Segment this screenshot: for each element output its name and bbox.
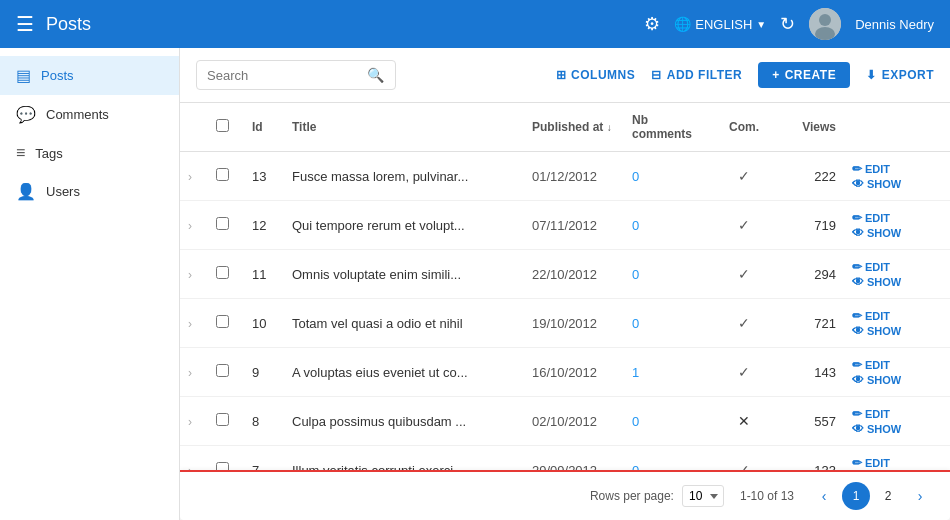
row-checkbox-cell[interactable] (208, 152, 244, 201)
export-button[interactable]: ⬇ EXPORT (866, 68, 934, 82)
table-row: › 8 Culpa possimus quibusdam ... 02/10/2… (180, 397, 950, 446)
prev-page-button[interactable]: ‹ (810, 482, 838, 510)
row-checkbox[interactable] (216, 315, 229, 328)
row-nb-comments[interactable]: 0 (624, 299, 714, 348)
row-published: 16/10/2012 (524, 348, 624, 397)
show-button[interactable]: 👁 SHOW (852, 275, 901, 289)
table-row: › 9 A voluptas eius eveniet ut co... 16/… (180, 348, 950, 397)
rows-per-page-select[interactable]: 10 25 50 (682, 485, 724, 507)
row-nb-comments[interactable]: 0 (624, 152, 714, 201)
row-expand[interactable]: › (180, 201, 208, 250)
sidebar-item-posts[interactable]: ▤ Posts (0, 56, 179, 95)
row-checkbox-cell[interactable] (208, 299, 244, 348)
com-header: Com. (714, 103, 774, 152)
row-actions: ✏ EDIT 👁 SHOW (844, 446, 950, 471)
page-2-button[interactable]: 2 (874, 482, 902, 510)
show-button[interactable]: 👁 SHOW (852, 324, 901, 338)
edit-button[interactable]: ✏ EDIT (852, 358, 890, 372)
content-area: 🔍 ⊞ COLUMNS ⊟ ADD FILTER + CREATE ⬇ EXPO… (180, 48, 950, 520)
row-checkbox[interactable] (216, 413, 229, 426)
row-com: ✓ (714, 348, 774, 397)
checkbox-header[interactable] (208, 103, 244, 152)
row-nb-comments[interactable]: 0 (624, 201, 714, 250)
show-button[interactable]: 👁 SHOW (852, 226, 901, 240)
show-button[interactable]: 👁 SHOW (852, 373, 901, 387)
row-checkbox-cell[interactable] (208, 250, 244, 299)
tags-icon: ≡ (16, 144, 25, 162)
search-icon: 🔍 (367, 67, 384, 83)
row-checkbox-cell[interactable] (208, 348, 244, 397)
avatar (809, 8, 841, 40)
edit-button[interactable]: ✏ EDIT (852, 407, 890, 421)
row-expand[interactable]: › (180, 152, 208, 201)
row-nb-comments[interactable]: 0 (624, 446, 714, 471)
edit-button[interactable]: ✏ EDIT (852, 162, 890, 176)
show-button[interactable]: 👁 SHOW (852, 177, 901, 191)
row-published: 22/10/2012 (524, 250, 624, 299)
create-button[interactable]: + CREATE (758, 62, 850, 88)
pencil-icon: ✏ (852, 407, 862, 421)
edit-button[interactable]: ✏ EDIT (852, 260, 890, 274)
sidebar-item-comments[interactable]: 💬 Comments (0, 95, 179, 134)
filter-icon: ⊟ (651, 68, 662, 82)
row-id: 8 (244, 397, 284, 446)
pencil-icon: ✏ (852, 456, 862, 470)
title-header[interactable]: Title (284, 103, 524, 152)
sidebar: ▤ Posts 💬 Comments ≡ Tags 👤 Users (0, 48, 180, 520)
row-checkbox[interactable] (216, 266, 229, 279)
row-published: 19/10/2012 (524, 299, 624, 348)
expand-header (180, 103, 208, 152)
row-expand[interactable]: › (180, 299, 208, 348)
app-title: Posts (46, 14, 91, 35)
row-checkbox-cell[interactable] (208, 446, 244, 471)
views-header: Views (774, 103, 844, 152)
row-title: Qui tempore rerum et volupt... (284, 201, 524, 250)
menu-icon[interactable]: ☰ (16, 12, 34, 36)
row-com: ✓ (714, 250, 774, 299)
sidebar-item-posts-label: Posts (41, 68, 74, 83)
row-expand[interactable]: › (180, 348, 208, 397)
show-button[interactable]: 👁 SHOW (852, 422, 901, 436)
row-expand[interactable]: › (180, 446, 208, 471)
search-box[interactable]: 🔍 (196, 60, 396, 90)
add-filter-label: ADD FILTER (667, 68, 742, 82)
main-layout: ▤ Posts 💬 Comments ≡ Tags 👤 Users 🔍 ⊞ (0, 48, 950, 520)
search-input[interactable] (207, 68, 367, 83)
row-nb-comments[interactable]: 0 (624, 397, 714, 446)
language-selector[interactable]: 🌐 ENGLISH ▼ (674, 16, 766, 32)
published-header[interactable]: Published at ↓ (524, 103, 624, 152)
row-checkbox[interactable] (216, 217, 229, 230)
row-checkbox[interactable] (216, 462, 229, 470)
table-row: › 13 Fusce massa lorem, pulvinar... 01/1… (180, 152, 950, 201)
sidebar-item-tags-label: Tags (35, 146, 62, 161)
row-views: 143 (774, 348, 844, 397)
sidebar-item-users[interactable]: 👤 Users (0, 172, 179, 211)
row-published: 01/12/2012 (524, 152, 624, 201)
page-range: 1-10 of 13 (740, 489, 794, 503)
refresh-icon[interactable]: ↻ (780, 13, 795, 35)
settings-icon[interactable]: ⚙ (644, 13, 660, 35)
plus-icon: + (772, 68, 780, 82)
row-checkbox-cell[interactable] (208, 201, 244, 250)
select-all-checkbox[interactable] (216, 119, 229, 132)
next-page-button[interactable]: › (906, 482, 934, 510)
page-1-button[interactable]: 1 (842, 482, 870, 510)
sidebar-item-users-label: Users (46, 184, 80, 199)
pagination: Rows per page: 10 25 50 1-10 of 13 ‹ 1 2… (180, 470, 950, 520)
row-expand[interactable]: › (180, 250, 208, 299)
sidebar-item-tags[interactable]: ≡ Tags (0, 134, 179, 172)
row-checkbox[interactable] (216, 168, 229, 181)
edit-button[interactable]: ✏ EDIT (852, 456, 890, 470)
row-expand[interactable]: › (180, 397, 208, 446)
row-checkbox-cell[interactable] (208, 397, 244, 446)
row-checkbox[interactable] (216, 364, 229, 377)
add-filter-button[interactable]: ⊟ ADD FILTER (651, 68, 742, 82)
row-nb-comments[interactable]: 1 (624, 348, 714, 397)
row-title: Fusce massa lorem, pulvinar... (284, 152, 524, 201)
row-id: 7 (244, 446, 284, 471)
edit-button[interactable]: ✏ EDIT (852, 309, 890, 323)
edit-button[interactable]: ✏ EDIT (852, 211, 890, 225)
row-com: ✓ (714, 299, 774, 348)
row-nb-comments[interactable]: 0 (624, 250, 714, 299)
columns-button[interactable]: ⊞ COLUMNS (556, 68, 636, 82)
